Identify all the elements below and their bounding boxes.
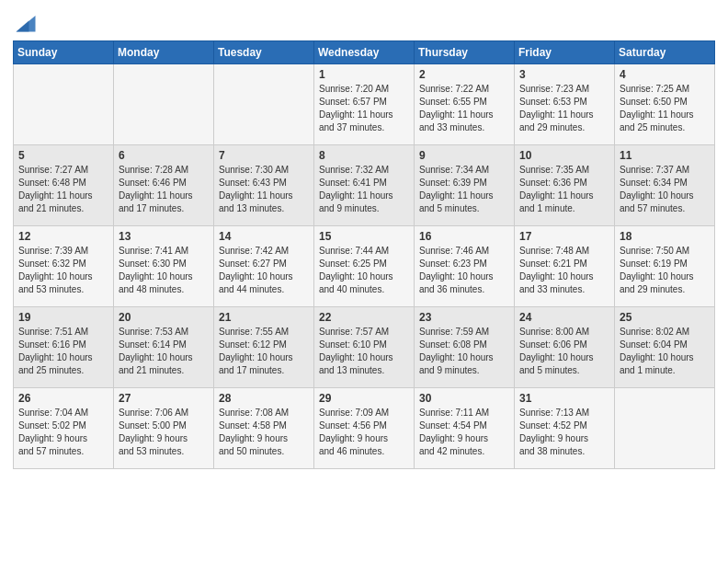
day-cell: 2Sunrise: 7:22 AM Sunset: 6:55 PM Daylig… [415, 64, 515, 145]
day-number: 2 [419, 68, 510, 81]
day-info: Sunrise: 7:55 AM Sunset: 6:12 PM Dayligh… [219, 326, 310, 377]
calendar-table: SundayMondayTuesdayWednesdayThursdayFrid… [13, 40, 715, 469]
day-info: Sunrise: 7:23 AM Sunset: 6:53 PM Dayligh… [519, 83, 610, 134]
day-number: 10 [519, 149, 610, 162]
day-info: Sunrise: 7:34 AM Sunset: 6:39 PM Dayligh… [419, 164, 510, 215]
day-info: Sunrise: 7:51 AM Sunset: 6:16 PM Dayligh… [18, 326, 109, 377]
day-cell: 15Sunrise: 7:44 AM Sunset: 6:25 PM Dayli… [314, 226, 415, 307]
day-info: Sunrise: 7:30 AM Sunset: 6:43 PM Dayligh… [219, 164, 310, 215]
day-cell: 28Sunrise: 7:08 AM Sunset: 4:58 PM Dayli… [214, 388, 314, 469]
week-row-2: 5Sunrise: 7:27 AM Sunset: 6:48 PM Daylig… [14, 145, 715, 226]
day-info: Sunrise: 7:37 AM Sunset: 6:34 PM Dayligh… [620, 164, 711, 215]
day-cell: 16Sunrise: 7:46 AM Sunset: 6:23 PM Dayli… [415, 226, 515, 307]
day-cell: 7Sunrise: 7:30 AM Sunset: 6:43 PM Daylig… [214, 145, 314, 226]
day-info: Sunrise: 7:04 AM Sunset: 5:02 PM Dayligh… [18, 407, 109, 458]
day-info: Sunrise: 7:48 AM Sunset: 6:21 PM Dayligh… [519, 245, 610, 296]
col-header-tuesday: Tuesday [214, 41, 314, 64]
day-number: 18 [620, 230, 711, 243]
header [13, 9, 715, 35]
col-header-saturday: Saturday [615, 41, 715, 64]
day-number: 23 [419, 311, 510, 324]
day-info: Sunrise: 7:44 AM Sunset: 6:25 PM Dayligh… [319, 245, 410, 296]
day-cell: 10Sunrise: 7:35 AM Sunset: 6:36 PM Dayli… [515, 145, 615, 226]
day-info: Sunrise: 7:11 AM Sunset: 4:54 PM Dayligh… [419, 407, 510, 458]
col-header-monday: Monday [114, 41, 214, 64]
day-number: 11 [620, 149, 711, 162]
day-info: Sunrise: 7:25 AM Sunset: 6:50 PM Dayligh… [620, 83, 711, 134]
day-number: 8 [319, 149, 410, 162]
day-cell: 5Sunrise: 7:27 AM Sunset: 6:48 PM Daylig… [14, 145, 114, 226]
day-cell [114, 64, 214, 145]
day-number: 17 [519, 230, 610, 243]
day-info: Sunrise: 7:09 AM Sunset: 4:56 PM Dayligh… [319, 407, 410, 458]
day-number: 29 [319, 392, 410, 405]
day-cell: 30Sunrise: 7:11 AM Sunset: 4:54 PM Dayli… [415, 388, 515, 469]
day-cell: 3Sunrise: 7:23 AM Sunset: 6:53 PM Daylig… [515, 64, 615, 145]
day-number: 9 [419, 149, 510, 162]
day-info: Sunrise: 7:32 AM Sunset: 6:41 PM Dayligh… [319, 164, 410, 215]
day-number: 4 [620, 68, 711, 81]
day-info: Sunrise: 7:46 AM Sunset: 6:23 PM Dayligh… [419, 245, 510, 296]
day-number: 12 [18, 230, 109, 243]
day-info: Sunrise: 7:59 AM Sunset: 6:08 PM Dayligh… [419, 326, 510, 377]
day-number: 15 [319, 230, 410, 243]
day-number: 25 [620, 311, 711, 324]
day-info: Sunrise: 8:02 AM Sunset: 6:04 PM Dayligh… [620, 326, 711, 377]
day-cell [14, 64, 114, 145]
col-header-sunday: Sunday [14, 41, 114, 64]
day-number: 5 [18, 149, 109, 162]
day-number: 26 [18, 392, 109, 405]
day-cell: 11Sunrise: 7:37 AM Sunset: 6:34 PM Dayli… [615, 145, 715, 226]
header-row: SundayMondayTuesdayWednesdayThursdayFrid… [14, 41, 715, 64]
day-info: Sunrise: 7:22 AM Sunset: 6:55 PM Dayligh… [419, 83, 510, 134]
day-number: 6 [119, 149, 210, 162]
day-info: Sunrise: 7:27 AM Sunset: 6:48 PM Dayligh… [18, 164, 109, 215]
day-info: Sunrise: 7:41 AM Sunset: 6:30 PM Dayligh… [119, 245, 210, 296]
day-cell: 12Sunrise: 7:39 AM Sunset: 6:32 PM Dayli… [14, 226, 114, 307]
day-number: 30 [419, 392, 510, 405]
day-cell: 14Sunrise: 7:42 AM Sunset: 6:27 PM Dayli… [214, 226, 314, 307]
day-info: Sunrise: 7:13 AM Sunset: 4:52 PM Dayligh… [519, 407, 610, 458]
day-cell: 4Sunrise: 7:25 AM Sunset: 6:50 PM Daylig… [615, 64, 715, 145]
page-container: SundayMondayTuesdayWednesdayThursdayFrid… [0, 0, 728, 478]
day-number: 7 [219, 149, 310, 162]
day-cell: 20Sunrise: 7:53 AM Sunset: 6:14 PM Dayli… [114, 307, 214, 388]
logo [13, 9, 42, 35]
week-row-1: 1Sunrise: 7:20 AM Sunset: 6:57 PM Daylig… [14, 64, 715, 145]
day-info: Sunrise: 7:39 AM Sunset: 6:32 PM Dayligh… [18, 245, 109, 296]
day-info: Sunrise: 7:35 AM Sunset: 6:36 PM Dayligh… [519, 164, 610, 215]
day-number: 24 [519, 311, 610, 324]
day-info: Sunrise: 7:28 AM Sunset: 6:46 PM Dayligh… [119, 164, 210, 215]
day-number: 21 [219, 311, 310, 324]
day-cell: 8Sunrise: 7:32 AM Sunset: 6:41 PM Daylig… [314, 145, 415, 226]
day-cell: 25Sunrise: 8:02 AM Sunset: 6:04 PM Dayli… [615, 307, 715, 388]
week-row-5: 26Sunrise: 7:04 AM Sunset: 5:02 PM Dayli… [14, 388, 715, 469]
day-cell: 1Sunrise: 7:20 AM Sunset: 6:57 PM Daylig… [314, 64, 415, 145]
day-cell: 13Sunrise: 7:41 AM Sunset: 6:30 PM Dayli… [114, 226, 214, 307]
logo-icon [13, 9, 39, 35]
day-info: Sunrise: 7:08 AM Sunset: 4:58 PM Dayligh… [219, 407, 310, 458]
day-number: 31 [519, 392, 610, 405]
day-cell: 22Sunrise: 7:57 AM Sunset: 6:10 PM Dayli… [314, 307, 415, 388]
col-header-friday: Friday [515, 41, 615, 64]
day-cell: 27Sunrise: 7:06 AM Sunset: 5:00 PM Dayli… [114, 388, 214, 469]
day-info: Sunrise: 7:57 AM Sunset: 6:10 PM Dayligh… [319, 326, 410, 377]
day-info: Sunrise: 7:53 AM Sunset: 6:14 PM Dayligh… [119, 326, 210, 377]
day-number: 3 [519, 68, 610, 81]
day-info: Sunrise: 7:20 AM Sunset: 6:57 PM Dayligh… [319, 83, 410, 134]
day-cell: 6Sunrise: 7:28 AM Sunset: 6:46 PM Daylig… [114, 145, 214, 226]
day-cell: 21Sunrise: 7:55 AM Sunset: 6:12 PM Dayli… [214, 307, 314, 388]
day-cell: 31Sunrise: 7:13 AM Sunset: 4:52 PM Dayli… [515, 388, 615, 469]
day-info: Sunrise: 8:00 AM Sunset: 6:06 PM Dayligh… [519, 326, 610, 377]
day-number: 27 [119, 392, 210, 405]
week-row-3: 12Sunrise: 7:39 AM Sunset: 6:32 PM Dayli… [14, 226, 715, 307]
day-cell: 19Sunrise: 7:51 AM Sunset: 6:16 PM Dayli… [14, 307, 114, 388]
svg-marker-1 [17, 20, 29, 31]
day-number: 13 [119, 230, 210, 243]
col-header-wednesday: Wednesday [314, 41, 415, 64]
day-cell: 26Sunrise: 7:04 AM Sunset: 5:02 PM Dayli… [14, 388, 114, 469]
day-cell: 17Sunrise: 7:48 AM Sunset: 6:21 PM Dayli… [515, 226, 615, 307]
day-cell: 18Sunrise: 7:50 AM Sunset: 6:19 PM Dayli… [615, 226, 715, 307]
day-cell [615, 388, 715, 469]
day-number: 20 [119, 311, 210, 324]
